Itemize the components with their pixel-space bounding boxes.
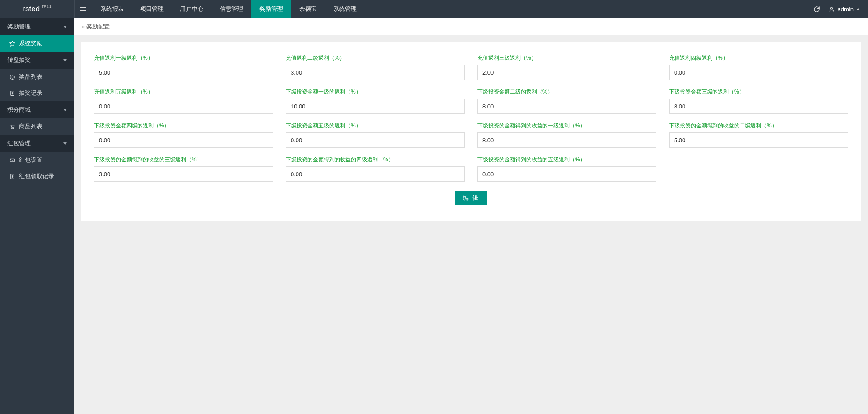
form-input[interactable] (477, 99, 656, 114)
form-label: 下级投资金额三级的返利（%） (669, 88, 848, 96)
form-label: 下级投资金额四级的返利（%） (94, 122, 273, 130)
topnav-item-users[interactable]: 用户中心 (172, 0, 212, 18)
form-label: 下级投资的金额得到的收益的三级返利（%） (94, 156, 273, 164)
topnav-label: 项目管理 (140, 5, 164, 13)
form-field: 下级投资的金额得到的收益的五级返利（%） (477, 156, 656, 182)
form-input[interactable] (669, 132, 848, 148)
sidebar-item-system-reward[interactable]: 系统奖励 (0, 35, 74, 52)
cart-icon (9, 123, 15, 130)
menu-group-label: 红包管理 (7, 139, 31, 147)
form-label: 下级投资的金额得到的收益的五级返利（%） (477, 156, 656, 164)
sidebar-item-prize-list[interactable]: 奖品列表 (0, 69, 74, 85)
sidebar-item-redpack-setting[interactable]: 红包设置 (0, 152, 74, 168)
header-right: admin (813, 0, 868, 18)
header: rsted TP5.1 系统报表 项目管理 用户中心 信息管理 奖励管理 余额宝… (0, 0, 868, 18)
menu-group-label: 积分商城 (7, 106, 31, 114)
form-actions: 编 辑 (94, 191, 848, 205)
menu-group-title-points-mall[interactable]: 积分商城 (0, 101, 74, 118)
form-input[interactable] (94, 65, 273, 80)
sidebar-item-lottery-log[interactable]: 抽奖记录 (0, 85, 74, 101)
brand-name: rsted (23, 5, 40, 14)
content: » 奖励配置 充值返利一级返利（%）充值返利二级返利（%）充值返利三级返利（%）… (74, 18, 868, 414)
topnav-label: 系统报表 (100, 5, 124, 13)
form-label: 充值返利二级返利（%） (286, 54, 465, 62)
topnav-item-reward[interactable]: 奖励管理 (251, 0, 291, 18)
menu-group-title-lottery[interactable]: 转盘抽奖 (0, 52, 74, 69)
star-icon (9, 40, 15, 47)
form-label: 下级投资的金额得到的收益的二级返利（%） (669, 122, 848, 130)
menu-group-label: 奖励管理 (7, 23, 31, 31)
form-field: 充值返利四级返利（%） (669, 54, 848, 80)
form-label: 下级投资金额五级的返利（%） (286, 122, 465, 130)
form-field: 下级投资的金额得到的收益的二级返利（%） (669, 122, 848, 148)
form-field: 下级投资金额四级的返利（%） (94, 122, 273, 148)
form-input[interactable] (477, 132, 656, 148)
chevron-up-icon (856, 8, 860, 10)
sidebar-item-label: 商品列表 (19, 122, 42, 131)
sidebar-toggle[interactable] (74, 0, 92, 18)
menu-group-points-mall: 积分商城 商品列表 (0, 101, 74, 135)
doc-icon (9, 90, 15, 96)
form-field: 下级投资的金额得到的收益的三级返利（%） (94, 156, 273, 182)
topnav-label: 信息管理 (220, 5, 243, 13)
svg-point-8 (13, 128, 14, 129)
user-menu[interactable]: admin (829, 6, 860, 13)
envelope-icon (9, 157, 15, 163)
topnav-item-system[interactable]: 系统管理 (325, 0, 365, 18)
chevron-down-icon (63, 26, 67, 28)
logo: rsted TP5.1 (0, 0, 74, 18)
form-input[interactable] (669, 99, 848, 114)
sidebar-item-label: 红包设置 (19, 156, 42, 164)
form-label: 充值返利五级返利（%） (94, 88, 273, 96)
menu-group-title-redpack[interactable]: 红包管理 (0, 135, 74, 152)
form-label: 下级投资的金额得到的收益的四级返利（%） (286, 156, 465, 164)
form-label: 充值返利三级返利（%） (477, 54, 656, 62)
topnav-label: 系统管理 (333, 5, 357, 13)
page-title: 奖励配置 (86, 23, 110, 31)
form-field: 充值返利二级返利（%） (286, 54, 465, 80)
form-field: 下级投资金额二级的返利（%） (477, 88, 656, 114)
topnav-label: 余额宝 (299, 5, 317, 13)
form-label: 下级投资的金额得到的收益的一级返利（%） (477, 122, 656, 130)
topnav-label: 用户中心 (180, 5, 203, 13)
form-field: 下级投资金额三级的返利（%） (669, 88, 848, 114)
topnav-item-reports[interactable]: 系统报表 (92, 0, 132, 18)
sidebar-item-label: 抽奖记录 (19, 89, 42, 97)
form-field: 充值返利三级返利（%） (477, 54, 656, 80)
sidebar-item-redpack-log[interactable]: 红包领取记录 (0, 168, 74, 184)
form-grid: 充值返利一级返利（%）充值返利二级返利（%）充值返利三级返利（%）充值返利四级返… (94, 54, 848, 182)
svg-point-7 (11, 128, 12, 129)
edit-button[interactable]: 编 辑 (455, 191, 487, 205)
form-field: 充值返利一级返利（%） (94, 54, 273, 80)
menu-group-label: 转盘抽奖 (7, 56, 31, 64)
form-input[interactable] (94, 132, 273, 148)
form-input[interactable] (94, 99, 273, 114)
user-icon (829, 6, 835, 12)
form-input[interactable] (669, 65, 848, 80)
form-input[interactable] (286, 166, 465, 182)
topnav-label: 奖励管理 (259, 5, 283, 13)
menu-group-lottery: 转盘抽奖 奖品列表 抽奖记录 (0, 52, 74, 101)
doc-icon (9, 173, 15, 179)
form-field: 下级投资的金额得到的收益的一级返利（%） (477, 122, 656, 148)
hamburger-icon (80, 6, 86, 12)
form-input[interactable] (94, 166, 273, 182)
refresh-icon[interactable] (813, 5, 821, 13)
topnav-item-balance[interactable]: 余额宝 (291, 0, 325, 18)
menu-group-title-reward[interactable]: 奖励管理 (0, 18, 74, 35)
form-label: 下级投资金额二级的返利（%） (477, 88, 656, 96)
layout: 奖励管理 系统奖励 转盘抽奖 奖品列表 (0, 18, 868, 414)
form-input[interactable] (286, 99, 465, 114)
svg-point-0 (830, 7, 832, 9)
chevron-down-icon (63, 109, 67, 111)
breadcrumb: » 奖励配置 (74, 18, 868, 35)
form-input[interactable] (286, 132, 465, 148)
sidebar-item-goods-list[interactable]: 商品列表 (0, 118, 74, 135)
form-input[interactable] (477, 65, 656, 80)
chevrons-right-icon: » (81, 23, 84, 30)
topnav-item-projects[interactable]: 项目管理 (132, 0, 172, 18)
form-input[interactable] (477, 166, 656, 182)
topnav-item-info[interactable]: 信息管理 (212, 0, 251, 18)
form-field: 下级投资金额五级的返利（%） (286, 122, 465, 148)
form-input[interactable] (286, 65, 465, 80)
